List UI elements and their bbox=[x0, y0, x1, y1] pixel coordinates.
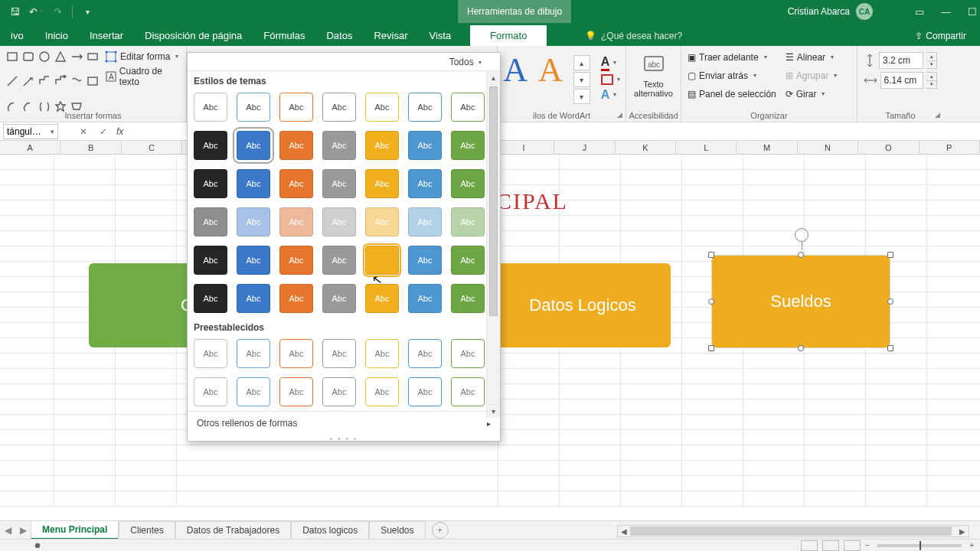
style-swatch[interactable]: Abc bbox=[365, 284, 399, 313]
bring-forward-button[interactable]: ▣Traer adelante▾ bbox=[688, 49, 776, 66]
style-swatch[interactable]: Abc bbox=[237, 93, 270, 122]
resize-handle-se[interactable] bbox=[887, 345, 893, 351]
sheet-tab[interactable]: Datos de Trabajadores bbox=[175, 521, 291, 539]
cancel-icon[interactable]: ✕ bbox=[74, 126, 93, 137]
style-swatch[interactable]: Abc bbox=[365, 377, 399, 406]
style-swatch[interactable]: Abc bbox=[451, 377, 485, 406]
height-spinner[interactable]: ▴▾ bbox=[926, 52, 937, 69]
other-fills-button[interactable]: Otros rellenos de formas▸ bbox=[188, 411, 500, 435]
text-fill-button[interactable]: A▾ bbox=[601, 55, 620, 71]
style-swatch[interactable]: Abc bbox=[322, 284, 356, 313]
style-swatch[interactable]: Abc bbox=[279, 377, 313, 406]
zoom-in-icon[interactable]: + bbox=[969, 541, 974, 549]
shape-height[interactable]: 3.2 cm ▴▾ bbox=[864, 51, 937, 70]
send-backward-button[interactable]: ▢Enviar atrás▾ bbox=[688, 67, 776, 84]
resize-grip[interactable]: • • • • bbox=[188, 435, 500, 441]
style-swatch[interactable]: Abc bbox=[451, 131, 485, 160]
style-swatch[interactable]: Abc bbox=[279, 246, 313, 275]
dialog-launcher-icon[interactable]: ◢ bbox=[617, 111, 622, 119]
scroll-thumb[interactable] bbox=[489, 86, 498, 316]
style-swatch[interactable]: Abc bbox=[194, 207, 227, 236]
tab-revisar[interactable]: Revisar bbox=[363, 25, 418, 46]
style-swatch[interactable]: Abc bbox=[408, 339, 442, 368]
height-input[interactable]: 3.2 cm bbox=[879, 52, 923, 69]
sheet-tab[interactable]: Sueldos bbox=[369, 521, 425, 539]
rotate-handle[interactable] bbox=[795, 228, 808, 242]
sheet-nav-prev-icon[interactable]: ◀ bbox=[0, 525, 15, 536]
enter-icon[interactable]: ✓ bbox=[93, 126, 113, 137]
style-swatch[interactable]: Abc bbox=[408, 246, 442, 275]
gallery-scroll-up-icon[interactable]: ▴ bbox=[573, 55, 590, 70]
undo-icon[interactable]: ↶▾ bbox=[28, 3, 44, 20]
style-swatch[interactable]: Abc bbox=[365, 169, 399, 198]
resize-handle-ne[interactable] bbox=[887, 252, 893, 258]
tab-disposicion[interactable]: Disposición de página bbox=[134, 25, 253, 46]
style-swatch[interactable]: Abc bbox=[237, 169, 270, 198]
user-account[interactable]: Cristian Abarca CA bbox=[788, 3, 873, 20]
textbox-button[interactable]: A Cuadro de texto bbox=[105, 66, 180, 87]
width-spinner[interactable]: ▴▾ bbox=[926, 72, 937, 89]
tab-datos[interactable]: Datos bbox=[315, 25, 363, 46]
gallery-more-icon[interactable]: ▾ bbox=[573, 89, 590, 104]
text-outline-button[interactable]: ▾ bbox=[601, 74, 620, 85]
filter-all[interactable]: Todos ▾ bbox=[449, 57, 482, 67]
style-swatch[interactable]: Abc bbox=[322, 131, 356, 160]
tell-me[interactable]: 💡 ¿Qué desea hacer? bbox=[579, 26, 688, 46]
sheet-tab[interactable]: Menu Principal bbox=[31, 520, 119, 540]
scroll-down-icon[interactable]: ▾ bbox=[487, 404, 500, 418]
style-swatch[interactable]: Abc bbox=[451, 246, 485, 275]
style-swatch[interactable]: Abc bbox=[365, 93, 399, 122]
resize-handle-n[interactable] bbox=[798, 252, 804, 258]
style-swatch[interactable]: Abc bbox=[365, 131, 399, 160]
zoom-slider[interactable] bbox=[877, 544, 962, 547]
style-swatch[interactable]: Abc bbox=[408, 131, 442, 160]
view-pagebreak-icon[interactable] bbox=[844, 540, 861, 551]
save-icon[interactable]: 🖫 bbox=[6, 3, 23, 20]
style-swatch[interactable]: Abc bbox=[322, 339, 356, 368]
resize-handle-w[interactable] bbox=[708, 298, 714, 305]
view-normal-icon[interactable] bbox=[801, 540, 818, 551]
style-swatch[interactable]: Abc bbox=[279, 131, 313, 160]
resize-handle-s[interactable] bbox=[798, 345, 804, 351]
style-swatch[interactable]: Abc bbox=[322, 93, 356, 122]
style-swatch[interactable]: Abc bbox=[279, 339, 313, 368]
style-swatch[interactable]: Abc bbox=[451, 169, 485, 198]
style-swatch[interactable] bbox=[365, 246, 399, 275]
tab-formulas[interactable]: Fórmulas bbox=[253, 25, 315, 46]
ribbon-display-icon[interactable]: ▭ bbox=[915, 6, 924, 18]
scroll-up-icon[interactable]: ▴ bbox=[487, 71, 500, 85]
qat-customize-icon[interactable]: ▾ bbox=[79, 3, 96, 20]
style-swatch[interactable]: Abc bbox=[194, 246, 227, 275]
tab-vista[interactable]: Vista bbox=[419, 25, 462, 46]
redo-icon[interactable]: ↷ bbox=[49, 3, 66, 20]
style-swatch[interactable]: Abc bbox=[194, 169, 227, 198]
style-swatch[interactable]: Abc bbox=[279, 169, 313, 198]
wordart-style-preview[interactable]: A bbox=[503, 54, 528, 104]
name-box[interactable]: tángul…▾ bbox=[3, 124, 58, 139]
wordart-style-preview[interactable]: A bbox=[538, 54, 563, 104]
style-swatch[interactable]: Abc bbox=[408, 284, 442, 313]
gallery-scroll-down-icon[interactable]: ▾ bbox=[573, 72, 590, 87]
style-swatch[interactable]: Abc bbox=[237, 131, 270, 160]
text-effects-button[interactable]: A▾ bbox=[601, 88, 620, 102]
style-swatch[interactable]: Abc bbox=[237, 284, 270, 313]
style-swatch[interactable]: Abc bbox=[451, 284, 485, 313]
style-swatch[interactable]: Abc bbox=[408, 377, 442, 406]
fx-icon[interactable]: fx bbox=[116, 126, 123, 137]
tab-inicio[interactable]: Inicio bbox=[34, 25, 79, 46]
horizontal-scrollbar[interactable]: ◀▶ bbox=[617, 525, 969, 537]
style-swatch[interactable]: Abc bbox=[322, 377, 356, 406]
tab-formato[interactable]: Formato bbox=[470, 25, 547, 46]
share-button[interactable]: ⇪ Compartir bbox=[904, 26, 977, 46]
style-swatch[interactable]: Abc bbox=[279, 284, 313, 313]
zoom-out-icon[interactable]: − bbox=[865, 541, 870, 549]
align-button[interactable]: ☰Alinear▾ bbox=[786, 49, 838, 66]
tab-file[interactable]: ivo bbox=[0, 25, 34, 46]
view-pagelayout-icon[interactable] bbox=[822, 540, 839, 551]
width-input[interactable]: 6.14 cm bbox=[880, 72, 924, 89]
style-swatch[interactable]: Abc bbox=[451, 93, 485, 122]
rotate-button[interactable]: ⟳Girar▾ bbox=[786, 86, 838, 103]
style-swatch[interactable]: Abc bbox=[408, 93, 442, 122]
style-swatch[interactable]: Abc bbox=[194, 377, 227, 406]
edit-shape-button[interactable]: Editar forma▾ bbox=[105, 51, 180, 63]
